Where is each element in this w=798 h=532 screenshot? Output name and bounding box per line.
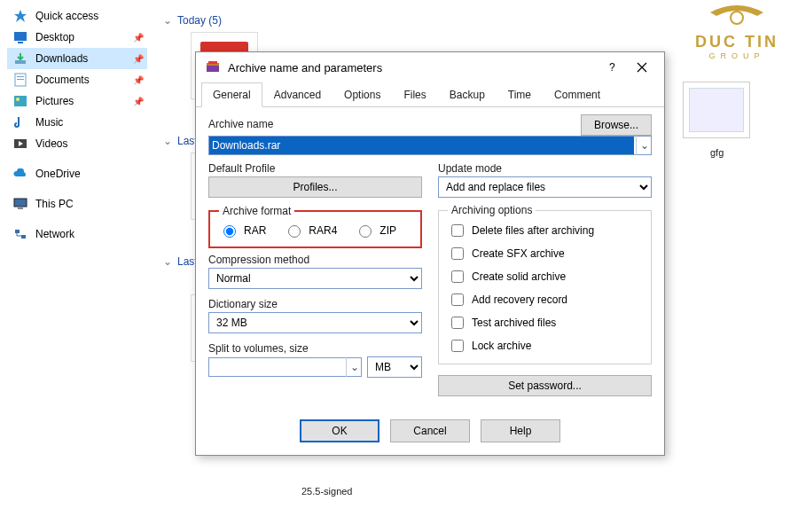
dialog-titlebar[interactable]: Archive name and parameters ? — [196, 52, 664, 82]
svg-marker-1 — [14, 10, 27, 22]
tab-options[interactable]: Options — [332, 82, 392, 107]
archiving-options-group: Archiving options Delete files after arc… — [438, 210, 652, 364]
tab-general[interactable]: General — [201, 82, 262, 107]
svg-rect-13 — [18, 207, 23, 209]
set-password-button[interactable]: Set password... — [438, 375, 652, 396]
opt-sfx-checkbox[interactable] — [451, 247, 464, 260]
archive-name-combo[interactable]: Downloads.rar ⌄ — [208, 136, 652, 155]
split-size-input[interactable] — [208, 357, 362, 377]
pictures-icon — [12, 94, 28, 108]
compression-select[interactable]: Normal — [208, 268, 422, 289]
tab-comment[interactable]: Comment — [543, 82, 612, 107]
radio-label: ZIP — [379, 224, 396, 237]
checkbox-label: Create solid archive — [472, 270, 566, 283]
compression-label: Compression method — [208, 254, 422, 266]
cancel-button[interactable]: Cancel — [390, 419, 470, 442]
format-rar[interactable]: RAR — [219, 223, 266, 238]
archive-name-label: Archive name — [208, 118, 273, 130]
format-zip-radio[interactable] — [359, 225, 372, 238]
sidebar-item-label: Desktop — [35, 31, 74, 43]
pin-icon: 📌 — [133, 54, 142, 63]
tab-advanced[interactable]: Advanced — [262, 82, 332, 107]
sidebar-onedrive[interactable]: OneDrive — [7, 163, 147, 184]
sidebar-item-label: OneDrive — [35, 168, 81, 180]
profiles-button[interactable]: Profiles... — [208, 176, 422, 198]
sidebar-item-label: Videos — [35, 137, 67, 150]
documents-icon — [12, 73, 28, 87]
downloads-icon — [12, 51, 28, 66]
sidebar-label: Quick access — [35, 10, 98, 22]
network-icon — [12, 227, 28, 241]
opt-test[interactable]: Test archived files — [448, 314, 642, 332]
chevron-down-icon: ⌄ — [163, 255, 172, 268]
sidebar-item-music[interactable]: Music — [7, 112, 147, 133]
format-rar4[interactable]: RAR4 — [284, 223, 337, 238]
opt-delete[interactable]: Delete files after archiving — [448, 222, 642, 239]
help-button-bottom[interactable]: Help — [481, 419, 560, 442]
opt-lock-checkbox[interactable] — [451, 340, 464, 352]
svg-rect-14 — [15, 230, 20, 233]
svg-rect-7 — [17, 79, 24, 80]
format-rar-radio[interactable] — [223, 225, 236, 238]
close-button[interactable] — [627, 55, 657, 80]
archive-format-legend: Archive format — [219, 205, 294, 217]
opt-recovery-checkbox[interactable] — [451, 293, 464, 306]
dialog-tabs: General Advanced Options Files Backup Ti… — [196, 82, 664, 107]
sidebar-network[interactable]: Network — [7, 223, 147, 245]
opt-test-checkbox[interactable] — [451, 317, 464, 329]
sidebar-item-label: This PC — [35, 198, 74, 210]
svg-rect-3 — [18, 42, 23, 43]
tab-panel-general: Archive name Browse... Downloads.rar ⌄ D… — [196, 107, 664, 409]
default-profile-label: Default Profile — [208, 162, 422, 175]
sidebar-thispc[interactable]: This PC — [7, 193, 147, 215]
dialog-button-bar: OK Cancel Help — [196, 409, 664, 455]
tab-time[interactable]: Time — [497, 82, 543, 107]
radio-label: RAR4 — [309, 224, 337, 237]
opt-sfx[interactable]: Create SFX archive — [448, 245, 642, 262]
format-zip[interactable]: ZIP — [355, 223, 396, 238]
chevron-down-icon[interactable]: ⌄ — [346, 357, 362, 377]
dictionary-label: Dictionary size — [208, 298, 422, 310]
archiving-options-legend: Archiving options — [448, 204, 536, 216]
tab-backup[interactable]: Backup — [438, 82, 497, 107]
split-unit-select[interactable]: MB — [367, 356, 422, 378]
svg-text:?: ? — [609, 62, 615, 73]
format-rar4-radio[interactable] — [288, 225, 301, 238]
opt-lock[interactable]: Lock archive — [448, 337, 642, 355]
sidebar-item-downloads[interactable]: Downloads 📌 — [7, 48, 147, 69]
music-icon — [12, 115, 28, 129]
svg-rect-2 — [14, 32, 27, 41]
checkbox-label: Lock archive — [472, 340, 531, 352]
desktop-icon — [12, 30, 28, 44]
sidebar-item-documents[interactable]: Documents 📌 — [7, 69, 147, 90]
sidebar-item-desktop[interactable]: Desktop 📌 — [7, 27, 147, 48]
cloud-icon — [12, 167, 28, 181]
sidebar-quick-access[interactable]: Quick access — [7, 5, 147, 27]
pin-icon: 📌 — [133, 75, 142, 84]
svg-rect-18 — [208, 61, 217, 64]
opt-solid-checkbox[interactable] — [451, 270, 464, 283]
update-mode-select[interactable]: Add and replace files — [438, 176, 652, 198]
dialog-title: Archive name and parameters — [228, 61, 597, 74]
winrar-icon — [205, 59, 221, 75]
browse-button[interactable]: Browse... — [581, 114, 652, 136]
svg-point-9 — [16, 98, 20, 101]
opt-delete-checkbox[interactable] — [451, 224, 464, 237]
help-button[interactable]: ? — [597, 55, 627, 80]
sidebar-item-label: Network — [35, 228, 74, 240]
sidebar-item-videos[interactable]: Videos — [7, 133, 147, 154]
archive-dialog: Archive name and parameters ? General Ad… — [195, 51, 665, 456]
sidebar-item-pictures[interactable]: Pictures 📌 — [7, 90, 147, 112]
checkbox-label: Test archived files — [472, 317, 556, 329]
group-today[interactable]: ⌄ Today (5) — [163, 14, 798, 27]
dictionary-select[interactable]: 32 MB — [208, 312, 422, 333]
opt-recovery[interactable]: Add recovery record — [448, 291, 642, 309]
svg-rect-6 — [17, 76, 24, 77]
opt-solid[interactable]: Create solid archive — [448, 268, 642, 286]
checkbox-label: Create SFX archive — [472, 247, 565, 260]
ok-button[interactable]: OK — [300, 419, 379, 442]
tab-files[interactable]: Files — [392, 82, 437, 107]
footer-version: 25.5-signed — [301, 486, 353, 497]
sidebar-item-label: Pictures — [35, 95, 74, 107]
chevron-down-icon[interactable]: ⌄ — [636, 136, 652, 155]
